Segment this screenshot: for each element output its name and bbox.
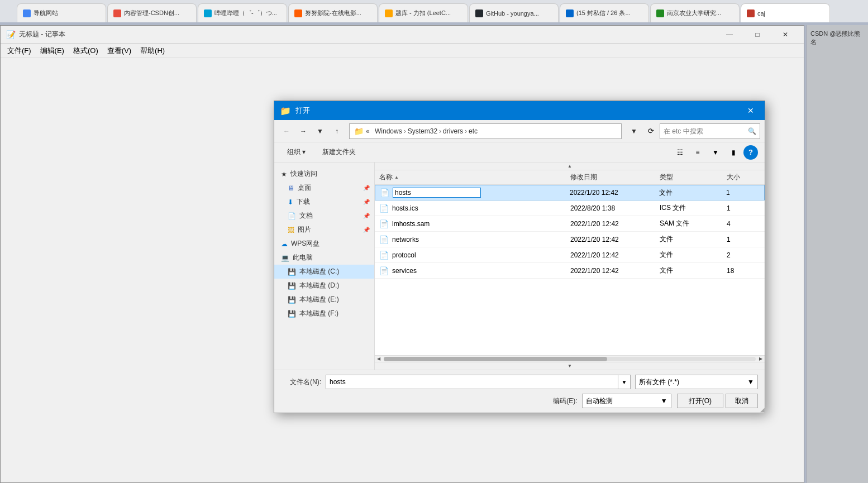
file-date-5: 2022/1/20 12:42 bbox=[570, 267, 660, 275]
file-row-2[interactable]: 📄 lmhosts.sam 2022/1/20 12:42 SAM 文件 4 bbox=[375, 216, 765, 232]
file-date-4: 2022/1/20 12:42 bbox=[570, 251, 660, 259]
horizontal-scrollbar[interactable]: ◀ ▶ bbox=[375, 355, 765, 362]
tab-label-1: 内容管理-CSDN创... bbox=[124, 9, 179, 17]
file-date-1: 2022/8/20 1:38 bbox=[570, 204, 660, 212]
sidebar-wps-header[interactable]: ☁ WPS网盘 bbox=[274, 237, 374, 251]
new-folder-button[interactable]: 新建文件夹 bbox=[316, 145, 362, 160]
sidebar-item-drive-c[interactable]: 💾 本地磁盘 (C:) bbox=[274, 265, 374, 279]
address-folder-icon: 📁 bbox=[354, 127, 364, 136]
tab-label-4: 题库 - 力扣 (LeetC... bbox=[395, 9, 451, 17]
drive-e-icon: 💾 bbox=[288, 296, 296, 304]
filetype-dropdown[interactable]: 所有文件 (*.*) ▼ bbox=[635, 375, 758, 389]
hscroll-right-button[interactable]: ▶ bbox=[757, 356, 765, 362]
refresh-button[interactable]: ⟳ bbox=[643, 123, 659, 139]
preview-pane-button[interactable]: ▮ bbox=[726, 145, 741, 160]
sidebar-item-drive-e[interactable]: 💾 本地磁盘 (E:) bbox=[274, 293, 374, 307]
notepad-menu-view[interactable]: 查看(V) bbox=[103, 45, 136, 57]
nav-back-button[interactable]: ← bbox=[279, 123, 294, 139]
view-details-button[interactable]: ≡ bbox=[690, 145, 705, 160]
help-button[interactable]: ? bbox=[743, 145, 758, 160]
drive-c-icon: 💾 bbox=[288, 268, 296, 276]
notepad-menubar: 文件(F) 编辑(E) 格式(O) 查看(V) 帮助(H) bbox=[1, 44, 804, 58]
sidebar-item-downloads[interactable]: ⬇ 下载 📌 bbox=[274, 195, 374, 209]
address-bar[interactable]: 📁 « Windows › System32 › drivers › etc bbox=[349, 123, 622, 139]
open-button-label: 打开(O) bbox=[689, 396, 712, 406]
sidebar-thispc-header[interactable]: 💻 此电脑 bbox=[274, 251, 374, 265]
filename-input[interactable] bbox=[326, 375, 618, 389]
browser-tab-0[interactable]: 导航网站 bbox=[17, 3, 106, 22]
path-prefix: « bbox=[366, 127, 370, 135]
sidebar-drive-c-label: 本地磁盘 (C:) bbox=[299, 267, 339, 276]
sidebar-item-drive-d[interactable]: 💾 本地磁盘 (D:) bbox=[274, 279, 374, 293]
file-row-3[interactable]: 📄 networks 2022/1/20 12:42 文件 1 bbox=[375, 232, 765, 247]
browser-tab-4[interactable]: 题库 - 力扣 (LeetC... bbox=[379, 3, 468, 22]
hscroll-thumb[interactable] bbox=[384, 357, 607, 361]
view-dropdown-button[interactable]: ▼ bbox=[708, 145, 723, 160]
file-name-label-5: services bbox=[392, 267, 417, 275]
nav-up-button[interactable]: ↑ bbox=[329, 123, 345, 139]
col-date[interactable]: 修改日期 bbox=[570, 173, 660, 182]
sidebar-item-documents[interactable]: 📄 文档 📌 bbox=[274, 209, 374, 223]
notepad-maximize-button[interactable]: □ bbox=[745, 26, 770, 43]
notepad-menu-help[interactable]: 帮助(H) bbox=[136, 45, 169, 57]
col-size[interactable]: 大小 bbox=[727, 173, 760, 182]
view-list-button[interactable]: ☷ bbox=[672, 145, 688, 160]
open-button[interactable]: 打开(O) bbox=[677, 394, 723, 408]
favicon-2 bbox=[204, 9, 212, 17]
dialog-close-button[interactable]: ✕ bbox=[742, 103, 759, 118]
sidebar-quick-access-header[interactable]: ★ 快速访问 bbox=[274, 167, 374, 181]
browser-tab-8[interactable]: caj bbox=[741, 3, 830, 22]
dialog-title: 打开 bbox=[295, 106, 742, 116]
favicon-8 bbox=[747, 9, 755, 17]
encoding-label: 编码(E): bbox=[553, 396, 577, 406]
col-type[interactable]: 类型 bbox=[660, 173, 727, 182]
address-dropdown-button[interactable]: ▼ bbox=[626, 123, 642, 139]
filelist-scroll-up[interactable]: ▲ bbox=[375, 162, 765, 170]
path-sep-0 bbox=[371, 127, 373, 135]
file-type-5: 文件 bbox=[660, 266, 727, 275]
path-sep-3: › bbox=[465, 127, 467, 135]
notepad-menu-file[interactable]: 文件(F) bbox=[3, 45, 36, 57]
file-rename-input[interactable] bbox=[393, 188, 481, 198]
col-name[interactable]: 名称 ▲ bbox=[379, 173, 570, 182]
notepad-menu-format[interactable]: 格式(O) bbox=[69, 45, 103, 57]
file-type-2: SAM 文件 bbox=[660, 219, 727, 228]
resize-handle[interactable]: ◢ bbox=[758, 406, 765, 413]
sidebar-item-drive-f[interactable]: 💾 本地磁盘 (F:) bbox=[274, 307, 374, 321]
nav-dropdown-button[interactable]: ▼ bbox=[312, 123, 328, 139]
file-row-1[interactable]: 📄 hosts.ics 2022/8/20 1:38 ICS 文件 1 bbox=[375, 200, 765, 216]
filelist-scroll-down[interactable]: ▼ bbox=[375, 362, 765, 370]
pin-icon-pictures: 📌 bbox=[363, 227, 370, 233]
cancel-button[interactable]: 取消 bbox=[726, 394, 758, 408]
browser-tab-1[interactable]: 内容管理-CSDN创... bbox=[107, 3, 197, 22]
browser-tab-7[interactable]: 南京农业大学研究... bbox=[650, 3, 740, 22]
notepad-minimize-button[interactable]: — bbox=[717, 26, 742, 43]
encoding-dropdown[interactable]: 自动检测 ▼ bbox=[582, 394, 671, 408]
file-row-0[interactable]: 📄 2022/1/20 12:42 文件 1 bbox=[375, 185, 765, 200]
file-name-5: 📄 services bbox=[379, 266, 570, 275]
tab-label-7: 南京农业大学研究... bbox=[667, 9, 721, 17]
dialog-bottom: 文件名(N): ▼ 所有文件 (*.*) ▼ 编码(E): 自动检测 ▼ 打开(… bbox=[274, 370, 765, 413]
browser-tab-5[interactable]: GitHub - youngya... bbox=[469, 3, 559, 22]
search-input[interactable] bbox=[664, 127, 748, 135]
sidebar-item-pictures[interactable]: 🖼 图片 📌 bbox=[274, 223, 374, 237]
notepad-menu-edit[interactable]: 编辑(E) bbox=[36, 45, 69, 57]
scroll-down-icon: ▼ bbox=[567, 364, 572, 369]
notepad-close-button[interactable]: ✕ bbox=[772, 26, 798, 43]
browser-tab-2[interactable]: 哔哩哔哩（゜-゜）つ... bbox=[198, 3, 287, 22]
browser-tab-3[interactable]: 努努影院-在线电影... bbox=[288, 3, 378, 22]
nav-forward-button[interactable]: → bbox=[295, 123, 311, 139]
sidebar-item-desktop[interactable]: 🖥 桌面 📌 bbox=[274, 181, 374, 195]
hscroll-track[interactable] bbox=[384, 357, 756, 361]
hscroll-left-button[interactable]: ◀ bbox=[375, 356, 383, 362]
browser-tab-6[interactable]: (15 封私信 / 26 条... bbox=[560, 3, 649, 22]
organize-button[interactable]: 组织 ▾ bbox=[281, 145, 312, 160]
file-row-5[interactable]: 📄 services 2022/1/20 12:42 文件 18 bbox=[375, 263, 765, 279]
file-row-4[interactable]: 📄 protocol 2022/1/20 12:42 文件 2 bbox=[375, 247, 765, 263]
sidebar-desktop-label: 桌面 bbox=[298, 183, 311, 193]
sidebar-thispc-label: 此电脑 bbox=[293, 253, 313, 262]
path-drivers: drivers bbox=[443, 127, 463, 135]
file-date-2: 2022/1/20 12:42 bbox=[570, 220, 660, 228]
filename-dropdown-button[interactable]: ▼ bbox=[618, 375, 631, 389]
file-icon-0: 📄 bbox=[380, 188, 389, 197]
